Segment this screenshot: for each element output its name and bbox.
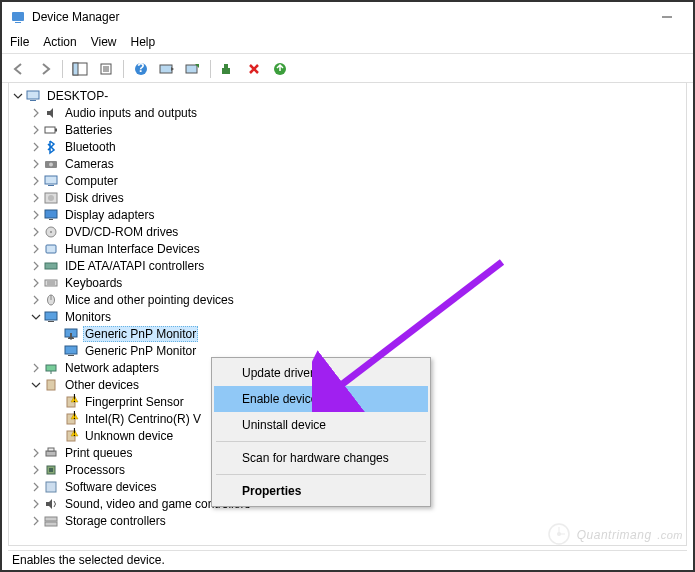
window-title: Device Manager [32,10,649,24]
chevron-right-icon[interactable] [29,465,43,475]
context-item-scan[interactable]: Scan for hardware changes [214,445,428,471]
chevron-right-icon[interactable] [29,210,43,220]
chevron-right-icon[interactable] [29,261,43,271]
update-driver-button[interactable] [182,58,204,80]
tree-label: Unknown device [83,429,175,443]
help-button[interactable]: ? [130,58,152,80]
back-button[interactable] [8,58,30,80]
separator [210,60,211,78]
ide-icon [43,258,59,274]
svg-rect-53 [48,448,54,451]
svg-rect-58 [45,522,57,526]
svg-rect-43 [46,365,56,371]
context-item-properties[interactable]: Properties [214,478,428,504]
chevron-right-icon[interactable] [29,227,43,237]
tree-device[interactable]: Generic PnP Monitor [9,325,686,342]
tree-category[interactable]: Computer [9,172,686,189]
svg-rect-56 [46,482,56,492]
svg-rect-12 [186,65,197,73]
tree-category[interactable]: Mice and other pointing devices [9,291,686,308]
context-item-enable-device[interactable]: Enable device [214,386,428,412]
tree-category[interactable]: Bluetooth [9,138,686,155]
properties-button[interactable] [95,58,117,80]
tree-category[interactable]: Monitors [9,308,686,325]
hid-icon [43,241,59,257]
svg-rect-52 [46,451,56,456]
context-item-label: Properties [242,484,301,498]
tree-category[interactable]: Human Interface Devices [9,240,686,257]
tree-label: Human Interface Devices [63,242,202,256]
other-icon [43,377,59,393]
tree-label: Audio inputs and outputs [63,106,199,120]
tree-category[interactable]: Disk drives [9,189,686,206]
scan-button[interactable] [156,58,178,80]
context-item-uninstall-device[interactable]: Uninstall device [214,412,428,438]
svg-rect-37 [45,312,57,320]
menu-help[interactable]: Help [131,35,156,49]
svg-rect-30 [46,245,56,253]
chevron-right-icon[interactable] [29,142,43,152]
chevron-right-icon[interactable] [29,363,43,373]
tree-category[interactable]: Batteries [9,121,686,138]
chevron-right-icon[interactable] [29,482,43,492]
svg-rect-57 [45,517,57,521]
minimize-button[interactable] [649,5,685,29]
svg-rect-17 [30,100,36,101]
status-text: Enables the selected device. [12,553,165,567]
svg-text:!: ! [73,428,76,439]
context-menu: Update driver Enable device Uninstall de… [211,357,431,507]
chevron-right-icon[interactable] [29,278,43,288]
tree-category[interactable]: Cameras [9,155,686,172]
show-hide-button[interactable] [69,58,91,80]
update-button[interactable] [269,58,291,80]
chevron-right-icon[interactable] [29,176,43,186]
chevron-right-icon[interactable] [29,108,43,118]
chevron-right-icon[interactable] [29,448,43,458]
separator [216,474,426,475]
chevron-down-icon[interactable] [29,380,43,390]
tree-label: Mice and other pointing devices [63,293,236,307]
chevron-right-icon[interactable] [29,516,43,526]
svg-rect-32 [45,280,57,286]
tree-label: Software devices [63,480,158,494]
svg-rect-41 [65,346,77,354]
other-icon: ! [63,428,79,444]
chevron-right-icon[interactable] [29,193,43,203]
tree-label: Bluetooth [63,140,118,154]
svg-rect-23 [48,185,54,186]
chevron-right-icon[interactable] [29,125,43,135]
chevron-down-icon[interactable] [11,91,25,101]
bluetooth-icon [43,139,59,155]
svg-text:!: ! [73,411,76,422]
chevron-right-icon[interactable] [29,159,43,169]
monitor-icon [63,343,79,359]
chevron-right-icon[interactable] [29,295,43,305]
tree-label: Cameras [63,157,116,171]
menu-file[interactable]: File [10,35,29,49]
context-item-label: Update driver [242,366,314,380]
context-item-label: Enable device [242,392,317,406]
forward-button[interactable] [34,58,56,80]
tree-category[interactable]: Audio inputs and outputs [9,104,686,121]
monitor-icon [43,309,59,325]
chevron-down-icon[interactable] [29,312,43,322]
menu-action[interactable]: Action [43,35,76,49]
context-item-label: Scan for hardware changes [242,451,389,465]
tree-root[interactable]: DESKTOP- [9,87,686,104]
tree-category[interactable]: Keyboards [9,274,686,291]
menu-view[interactable]: View [91,35,117,49]
uninstall-button[interactable] [243,58,265,80]
tree-label: Print queues [63,446,134,460]
other-icon: ! [63,411,79,427]
toolbar: ? [2,55,693,83]
svg-rect-14 [224,64,228,68]
context-item-update-driver[interactable]: Update driver [214,360,428,386]
enable-button[interactable] [217,58,239,80]
chevron-right-icon[interactable] [29,499,43,509]
tree-category[interactable]: IDE ATA/ATAPI controllers [9,257,686,274]
tree-category[interactable]: Display adapters [9,206,686,223]
tree-category[interactable]: DVD/CD-ROM drives [9,223,686,240]
tree-label: Keyboards [63,276,124,290]
chevron-right-icon[interactable] [29,244,43,254]
cdrom-icon [43,224,59,240]
